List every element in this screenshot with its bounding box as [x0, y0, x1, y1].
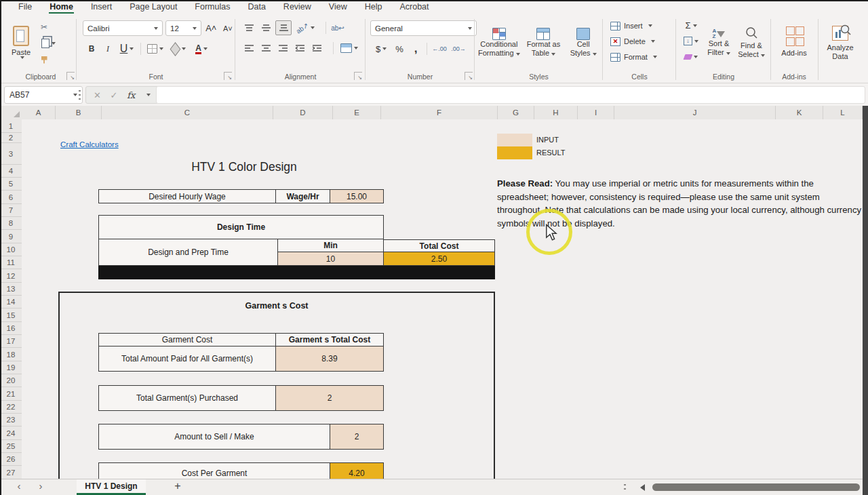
sort-filter-button[interactable]: AZ Sort &Filter	[703, 19, 735, 66]
row-header-5[interactable]: 5	[0, 178, 22, 191]
row-header-4[interactable]: 4	[0, 165, 22, 178]
name-box[interactable]: AB57	[4, 86, 83, 104]
column-header-F[interactable]: F	[381, 106, 498, 119]
row-header-25[interactable]: 25	[0, 440, 22, 453]
clipboard-dialog-launcher[interactable]: ↘	[66, 72, 75, 80]
bold-button[interactable]: B	[84, 42, 99, 56]
menu-tab-help[interactable]: Help	[356, 1, 391, 14]
align-center-icon[interactable]	[258, 41, 273, 55]
min-value-cell[interactable]: 10	[278, 252, 384, 266]
tabbar-splitter[interactable]	[624, 483, 626, 492]
format-cells-button[interactable]: Format	[610, 51, 675, 63]
cancel-icon[interactable]: ✕	[94, 90, 101, 100]
column-header-C[interactable]: C	[102, 106, 273, 119]
horizontal-scrollbar[interactable]	[652, 483, 860, 491]
menu-tab-review[interactable]: Review	[275, 1, 320, 14]
row-header-8[interactable]: 8	[0, 217, 22, 230]
addins-button[interactable]: Add-ins	[774, 18, 814, 66]
find-select-button[interactable]: Find &Select	[735, 19, 768, 66]
row-header-27[interactable]: 27	[0, 466, 22, 479]
format-as-table-button[interactable]: Format asTable	[524, 19, 563, 66]
align-right-icon[interactable]	[275, 41, 290, 55]
italic-button[interactable]: I	[100, 42, 115, 56]
menu-tab-file[interactable]: File	[9, 1, 41, 14]
row-header-11[interactable]: 11	[0, 256, 22, 269]
row-header-20[interactable]: 20	[0, 374, 22, 387]
formula-input[interactable]	[156, 86, 865, 104]
row-header-2[interactable]: 2	[0, 133, 22, 143]
insert-function-icon[interactable]: fx	[127, 90, 135, 100]
row-header-26[interactable]: 26	[0, 453, 22, 466]
wage-value-cell[interactable]: 15.00	[330, 189, 384, 203]
wrap-text-icon[interactable]: ab↩	[330, 21, 345, 35]
row-header-14[interactable]: 14	[0, 296, 22, 309]
column-header-I[interactable]: I	[578, 106, 614, 119]
row-header-7[interactable]: 7	[0, 204, 22, 217]
orientation-button[interactable]: ab↗	[294, 21, 317, 35]
name-box-splitter[interactable]	[79, 89, 81, 100]
row-header-10[interactable]: 10	[0, 243, 22, 256]
total-cost-value-cell[interactable]: 2.50	[384, 252, 495, 266]
row-header-13[interactable]: 13	[0, 283, 22, 296]
row-header-23[interactable]: 23	[0, 414, 22, 427]
align-middle-icon[interactable]	[258, 21, 273, 35]
craft-calculators-link[interactable]: Craft Calculators	[60, 140, 119, 148]
amount-to-sell-value-cell[interactable]: 2	[330, 424, 384, 450]
fill-button[interactable]: ↓	[679, 35, 703, 47]
column-header-H[interactable]: H	[534, 106, 578, 119]
menu-tab-data[interactable]: Data	[239, 1, 274, 14]
row-header-9[interactable]: 9	[0, 230, 22, 243]
align-top-icon[interactable]	[241, 21, 256, 35]
select-all-corner[interactable]	[0, 106, 22, 120]
percent-style-icon[interactable]: %	[392, 42, 407, 56]
menu-tab-home[interactable]: Home	[41, 1, 82, 14]
row-header-18[interactable]: 18	[0, 348, 22, 361]
row-header-22[interactable]: 22	[0, 401, 22, 414]
font-size-select[interactable]: 12	[165, 20, 201, 36]
column-header-L[interactable]: L	[823, 106, 863, 119]
fx-dropdown-icon[interactable]	[146, 94, 151, 96]
sheet-canvas[interactable]: Craft Calculators HTV 1 Color Design Des…	[22, 119, 863, 479]
decrease-indent-icon[interactable]	[292, 41, 307, 55]
row-header-12[interactable]: 12	[0, 269, 22, 283]
menu-tab-page-layout[interactable]: Page Layout	[121, 1, 186, 14]
menu-tab-formulas[interactable]: Formulas	[186, 1, 239, 14]
decrease-font-icon[interactable]: A˅	[221, 22, 235, 35]
font-name-select[interactable]: Calibri	[83, 20, 163, 36]
cell-styles-button[interactable]: CellStyles	[566, 19, 601, 66]
clear-button[interactable]	[679, 50, 703, 63]
prev-sheet-button[interactable]: ‹	[12, 480, 26, 492]
borders-button[interactable]	[144, 42, 166, 56]
column-header-B[interactable]: B	[56, 106, 102, 119]
column-header-A[interactable]: A	[22, 106, 56, 119]
align-left-icon[interactable]	[241, 41, 256, 55]
accounting-format-button[interactable]: $	[372, 42, 391, 56]
increase-decimal-icon[interactable]: ←.00	[431, 42, 448, 56]
enter-icon[interactable]: ✓	[111, 90, 118, 100]
next-sheet-button[interactable]: ›	[34, 480, 47, 492]
menu-tab-insert[interactable]: Insert	[82, 1, 121, 14]
row-header-16[interactable]: 16	[0, 322, 22, 335]
cut-icon[interactable]: ✂	[37, 20, 52, 34]
menu-tab-acrobat[interactable]: Acrobat	[391, 1, 437, 14]
paste-dropdown-icon[interactable]	[20, 56, 24, 59]
number-dialog-launcher[interactable]: ↘	[465, 72, 473, 80]
analyze-data-button[interactable]: AnalyzeData	[821, 16, 860, 71]
row-header-21[interactable]: 21	[0, 387, 22, 401]
alignment-dialog-launcher[interactable]: ↘	[354, 72, 362, 80]
align-bottom-icon[interactable]	[275, 20, 292, 35]
row-header-24[interactable]: 24	[0, 427, 22, 440]
decrease-decimal-icon[interactable]: .00→	[450, 42, 467, 56]
comma-style-icon[interactable]: ,	[408, 42, 423, 56]
font-color-button[interactable]: A	[191, 42, 212, 56]
row-header-6[interactable]: 6	[0, 191, 22, 204]
underline-button[interactable]: U	[117, 42, 137, 56]
row-header-15[interactable]: 15	[0, 309, 22, 322]
increase-font-icon[interactable]: A˄	[204, 22, 218, 35]
garments-purchased-value-cell[interactable]: 2	[276, 385, 384, 411]
insert-cells-button[interactable]: Insert	[610, 20, 675, 32]
column-header-D[interactable]: D	[273, 106, 333, 119]
row-header-3[interactable]: 3	[0, 143, 22, 165]
font-dialog-launcher[interactable]: ↘	[224, 72, 232, 80]
row-header-17[interactable]: 17	[0, 335, 22, 348]
